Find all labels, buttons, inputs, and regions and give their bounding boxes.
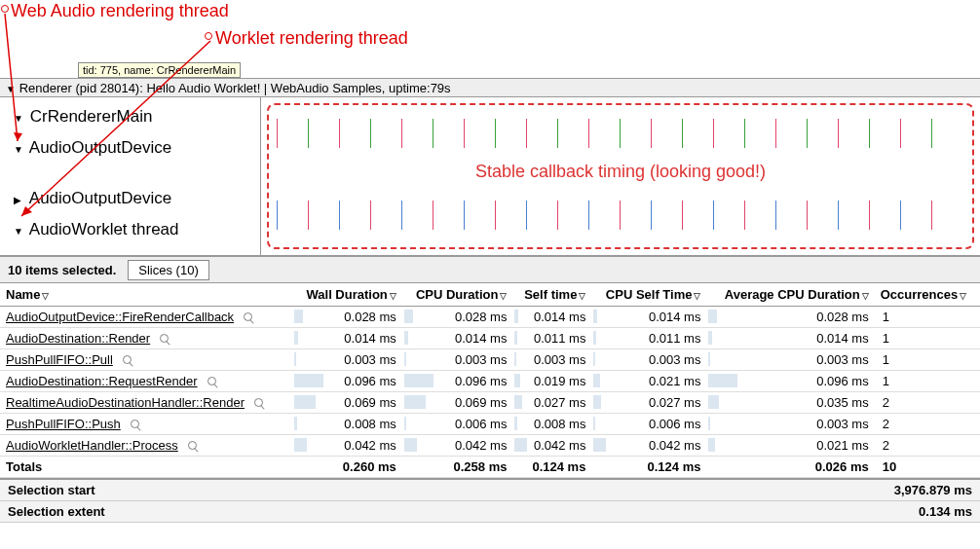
magnify-icon[interactable] — [160, 334, 171, 346]
row-occ: 2 — [875, 414, 980, 435]
timeline-area[interactable]: Stable callback timing (looking good!) — [261, 97, 980, 255]
selection-extent-value: 0.134 ms — [919, 504, 972, 519]
timeline-track-audiooutput — [269, 109, 972, 158]
magnify-icon[interactable] — [131, 420, 142, 431]
row-name[interactable]: AudioWorkletHandler::Process — [0, 435, 292, 457]
selection-count: 10 items selected. — [8, 263, 116, 277]
magnify-icon[interactable] — [254, 398, 266, 410]
tree-item-audiooutputdevice-2[interactable]: ▶ AudioOutputDevice — [0, 183, 260, 214]
magnify-icon[interactable] — [123, 355, 134, 367]
row-occ: 1 — [875, 307, 980, 328]
tab-slices[interactable]: Slices (10) — [128, 260, 208, 280]
row-name[interactable]: AudioOutputDevice::FireRenderCallback — [0, 307, 292, 328]
tree-item-audioworklet[interactable]: ▼ AudioWorklet thread — [0, 214, 260, 245]
selection-info-bar: 10 items selected. Slices (10) — [0, 256, 980, 283]
col-occ[interactable]: Occurrences▽ — [875, 283, 980, 307]
magnify-icon[interactable] — [207, 377, 219, 388]
selection-start-label: Selection start — [8, 483, 95, 497]
row-occ: 1 — [875, 371, 980, 392]
tree-item-crrenderermain[interactable]: ▼ CrRendererMain — [0, 101, 260, 132]
table-row[interactable]: AudioDestination::RequestRender0.096 ms0… — [0, 371, 980, 392]
thread-tree: ▼ CrRendererMain ▼ AudioOutputDevice tid… — [0, 97, 261, 255]
row-name[interactable]: PushPullFIFO::Pull — [0, 349, 292, 371]
col-cpu[interactable]: CPU Duration▽ — [402, 283, 513, 307]
table-row[interactable]: AudioOutputDevice::FireRenderCallback0.0… — [0, 307, 980, 328]
tree-item-audiooutputdevice[interactable]: ▼ AudioOutputDevice — [0, 132, 260, 164]
row-name[interactable]: AudioDestination::RequestRender — [0, 371, 292, 392]
process-header[interactable]: ▼ Renderer (pid 28014): Hello Audio Work… — [0, 78, 980, 97]
selection-start-value: 3,976.879 ms — [894, 483, 972, 497]
disclosure-triangle-icon[interactable]: ▶ — [14, 195, 25, 205]
disclosure-triangle-icon[interactable]: ▼ — [14, 144, 25, 155]
tooltip: tid: 775, name: CrRendererMain — [78, 62, 241, 78]
col-cpuself[interactable]: CPU Self Time▽ — [591, 283, 706, 307]
magnify-icon[interactable] — [244, 312, 255, 324]
process-title: Renderer (pid 28014): Hello Audio Workle… — [19, 81, 451, 95]
selection-summary: Selection start 3,976.879 ms Selection e… — [0, 478, 980, 523]
timeline-highlight-box: Stable callback timing (looking good!) — [267, 103, 974, 249]
col-wall[interactable]: Wall Duration▽ — [292, 283, 401, 307]
totals-row: Totals0.260 ms0.258 ms0.124 ms0.124 ms0.… — [0, 457, 980, 478]
row-occ: 1 — [875, 328, 980, 349]
row-occ: 1 — [875, 349, 980, 371]
annotation-worklet: Worklet rendering thread — [215, 28, 408, 49]
thread-tree-panel: ▼ CrRendererMain ▼ AudioOutputDevice tid… — [0, 97, 980, 256]
callout-text: Stable callback timing (looking good!) — [269, 162, 972, 182]
col-self[interactable]: Self time▽ — [512, 283, 591, 307]
timeline-track-worklet — [269, 191, 972, 239]
table-row[interactable]: AudioWorkletHandler::Process0.042 ms0.04… — [0, 435, 980, 457]
row-occ: 2 — [875, 435, 980, 457]
disclosure-triangle-icon[interactable]: ▼ — [14, 113, 25, 124]
row-name[interactable]: AudioDestination::Render — [0, 328, 292, 349]
annotation-web-audio: Web Audio rendering thread — [11, 1, 229, 21]
table-row[interactable]: PushPullFIFO::Pull0.003 ms0.003 ms0.003 … — [0, 349, 980, 371]
row-occ: 2 — [875, 392, 980, 414]
col-name[interactable]: Name▽ — [0, 283, 292, 307]
table-row[interactable]: PushPullFIFO::Push0.008 ms0.006 ms0.008 … — [0, 414, 980, 435]
row-name[interactable]: PushPullFIFO::Push — [0, 414, 292, 435]
disclosure-triangle-icon[interactable]: ▼ — [14, 226, 25, 237]
magnify-icon[interactable] — [188, 441, 200, 453]
col-avg[interactable]: Average CPU Duration▽ — [706, 283, 874, 307]
selection-extent-label: Selection extent — [8, 504, 105, 519]
table-row[interactable]: AudioDestination::Render0.014 ms0.014 ms… — [0, 328, 980, 349]
slices-table: Name▽ Wall Duration▽ CPU Duration▽ Self … — [0, 283, 980, 478]
table-row[interactable]: RealtimeAudioDestinationHandler::Render0… — [0, 392, 980, 414]
disclosure-triangle-icon[interactable]: ▼ — [6, 84, 16, 94]
row-name[interactable]: RealtimeAudioDestinationHandler::Render — [0, 392, 292, 414]
